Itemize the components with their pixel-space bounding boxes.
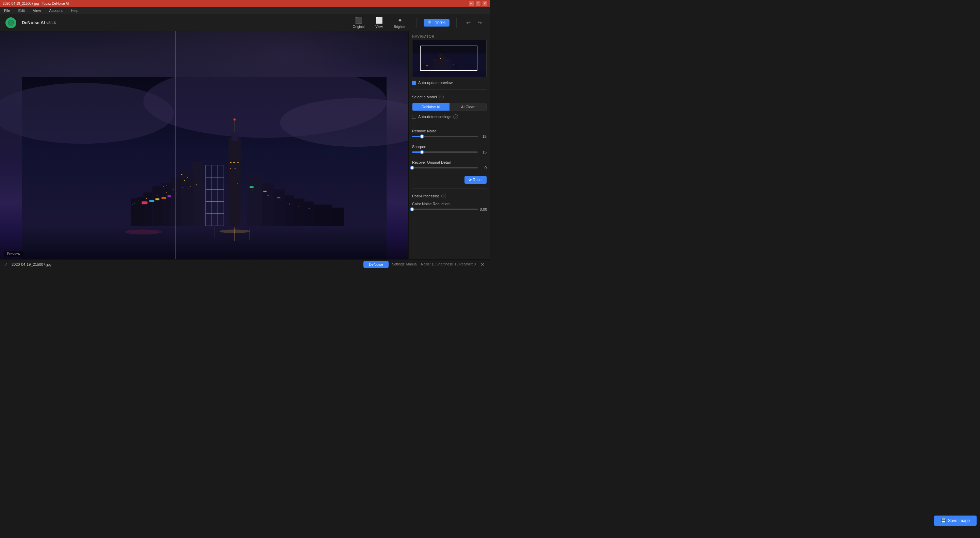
remove-noise-value: 15 [480,134,487,138]
color-noise-section: Color Noise Reduction 0.00 [412,202,487,214]
close-bottom-button[interactable]: ✕ [479,262,486,267]
svg-rect-13 [180,171,193,226]
svg-point-29 [234,118,235,120]
svg-point-53 [125,229,162,234]
sharpen-slider-row: 15 [412,150,487,154]
svg-rect-25 [305,201,314,226]
filename: 2020-04-19_215007.jpg [11,263,51,266]
color-noise-slider-row: 0.00 [412,207,487,211]
recover-detail-label: Recover Original Detail [412,160,487,164]
view-icon: ⬜ [375,17,383,24]
app-logo [5,18,16,28]
svg-point-78 [286,203,286,204]
svg-point-63 [196,185,197,185]
minimize-button[interactable]: ─ [469,1,474,6]
svg-rect-34 [166,185,167,185]
right-panel: NAVIGATOR [408,31,490,259]
svg-rect-32 [187,177,188,178]
view-button[interactable]: ⬜ View [372,15,386,30]
remove-noise-thumb[interactable] [420,134,424,138]
post-processing-label: Post-Processing [412,194,439,198]
svg-point-71 [147,202,148,203]
titlebar-title: 2020-04-19_215007.jpg - Topaz DeNoise AI [3,2,69,5]
select-model-help-icon[interactable]: ? [439,95,444,99]
svg-point-69 [309,208,310,209]
svg-rect-33 [163,186,164,187]
remove-noise-slider-row: 15 [412,134,487,138]
menu-account[interactable]: Account [48,8,64,13]
menu-file[interactable]: File [3,8,11,13]
svg-rect-15 [162,183,171,226]
city-background [0,31,408,259]
brighten-icon: ✦ [398,17,402,24]
auto-update-checkbox[interactable]: ✓ [412,81,416,85]
close-button[interactable]: ✕ [482,1,487,6]
zoom-icon: 🔍 [428,21,433,25]
svg-rect-6 [231,132,237,141]
menu-edit[interactable]: Edit [17,8,26,13]
svg-rect-19 [131,198,138,226]
original-button[interactable]: ⬛ Original [350,15,368,30]
svg-rect-31 [184,180,185,181]
svg-point-58 [157,195,158,196]
redo-button[interactable]: ↪ [475,18,485,27]
canvas-area[interactable]: Preview [0,31,408,259]
menu-view[interactable]: View [32,8,43,13]
sharpen-value: 15 [480,150,487,154]
auto-detect-help-icon[interactable]: ? [453,115,458,119]
recover-detail-thumb[interactable] [410,166,414,170]
sharpen-slider-container [412,151,478,153]
preview-label: Preview [4,251,23,256]
svg-point-68 [298,206,299,207]
remove-noise-section: Remove Noise 15 [412,129,487,141]
reset-button[interactable]: ⟳ Reset [465,176,487,184]
navigator-preview[interactable] [412,40,487,77]
svg-rect-16 [153,186,162,226]
color-noise-track [412,209,478,210]
main-area: Preview NAVIGATOR [0,31,490,259]
undo-button[interactable]: ↩ [463,18,473,27]
check-icon: ✓ [4,262,8,267]
color-noise-thumb[interactable] [410,207,414,211]
denoise-ai-model-button[interactable]: DeNoise AI [412,103,450,111]
svg-point-73 [176,194,177,195]
bottom-bar: ✓ 2020-04-19_215007.jpg DeNoise Settings… [0,259,490,269]
svg-point-65 [267,195,269,196]
auto-detect-label: Auto-detect settings [418,115,451,119]
original-icon: ⬛ [355,17,363,24]
svg-rect-24 [294,198,305,226]
post-processing-help-icon[interactable]: ? [441,194,446,198]
ai-clear-model-button[interactable]: AI Clear [450,103,487,111]
titlebar-controls: ─ □ ✕ [469,1,487,6]
color-noise-value: 0.00 [480,207,487,211]
color-noise-label: Color Noise Reduction [412,202,487,206]
zoom-control[interactable]: 🔍 100% [424,19,450,27]
svg-point-72 [158,198,159,199]
svg-rect-8 [234,162,235,163]
titlebar: 2020-04-19_215007.jpg - Topaz DeNoise AI… [0,0,490,7]
select-model-label: Select a Model [412,95,437,99]
svg-point-76 [248,188,249,188]
split-divider[interactable] [176,31,176,259]
zoom-value: 100% [435,21,445,25]
brighten-button[interactable]: ✦ Brighten [390,15,410,30]
svg-point-57 [146,198,147,199]
denoise-button[interactable]: DeNoise [363,261,388,268]
svg-rect-9 [237,162,239,163]
svg-point-56 [138,201,139,201]
svg-point-70 [132,204,133,205]
svg-rect-5 [228,138,240,226]
auto-detect-row: Auto-detect settings ? [412,115,487,119]
auto-detect-checkbox[interactable] [412,115,416,119]
svg-rect-22 [274,189,285,226]
menu-help[interactable]: Help [69,8,80,13]
svg-rect-35 [142,201,147,204]
svg-rect-17 [143,192,152,226]
maximize-button[interactable]: □ [476,1,480,6]
sharpen-thumb[interactable] [420,150,424,154]
svg-rect-18 [137,197,144,226]
navigator-viewport [420,46,477,70]
svg-rect-38 [162,197,166,199]
recover-detail-slider-row: 0 [412,166,487,170]
navigator-label: NAVIGATOR [412,35,487,38]
